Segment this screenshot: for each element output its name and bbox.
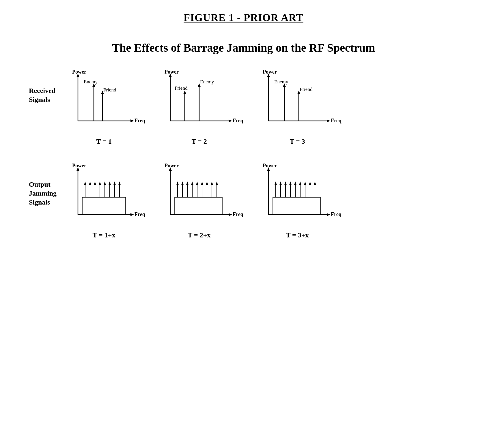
t2-label: T = 2 xyxy=(191,138,207,145)
subtitle: The Effects of Barrage Jamming on the RF… xyxy=(112,41,375,55)
svg-marker-27 xyxy=(327,119,330,122)
svg-rect-65 xyxy=(175,197,222,215)
svg-marker-3 xyxy=(130,119,134,122)
jamming-diagrams-group: Power Freq xyxy=(66,163,475,239)
svg-marker-39 xyxy=(130,213,134,216)
received-signals-row: ReceivedSignals Power Freq xyxy=(29,69,475,145)
svg-text:Power: Power xyxy=(263,163,277,168)
svg-text:Freq: Freq xyxy=(233,211,243,217)
output-jamming-row: OutputJammingSignals Power Freq xyxy=(29,163,475,239)
svg-text:Freq: Freq xyxy=(331,118,342,123)
diagram-t1: Power Freq Enemy Friend T = 1 xyxy=(66,69,141,145)
svg-marker-67 xyxy=(176,181,179,185)
svg-marker-94 xyxy=(279,181,282,185)
svg-marker-106 xyxy=(309,181,311,185)
diagram-t3x: Power Freq xyxy=(257,163,338,239)
svg-text:Friend: Friend xyxy=(175,85,188,91)
svg-marker-83 xyxy=(216,181,218,185)
svg-marker-73 xyxy=(191,181,193,185)
diagram-t2x: Power Freq xyxy=(159,163,240,239)
svg-text:Power: Power xyxy=(72,163,86,168)
svg-text:Freq: Freq xyxy=(233,118,243,123)
svg-marker-44 xyxy=(84,181,86,185)
chart-t3: Power Freq Enemy Friend xyxy=(257,69,338,132)
svg-marker-71 xyxy=(186,181,189,185)
svg-marker-108 xyxy=(314,181,316,185)
svg-text:Power: Power xyxy=(263,69,277,75)
chart-t2: Power Freq Friend Enemy xyxy=(159,69,240,132)
svg-text:Freq: Freq xyxy=(135,211,145,217)
received-diagrams-group: Power Freq Enemy Friend T = 1 xyxy=(66,69,475,145)
svg-marker-58 xyxy=(118,181,121,185)
svg-marker-96 xyxy=(284,181,287,185)
svg-marker-77 xyxy=(201,181,203,185)
svg-marker-48 xyxy=(94,181,96,185)
svg-rect-42 xyxy=(82,197,126,215)
diagrams-section: ReceivedSignals Power Freq xyxy=(12,69,475,239)
svg-marker-87 xyxy=(327,213,330,216)
svg-text:Enemy: Enemy xyxy=(84,79,98,85)
svg-text:Power: Power xyxy=(165,69,179,75)
svg-rect-90 xyxy=(273,197,320,215)
svg-text:Freq: Freq xyxy=(135,118,145,123)
page-title: FIGURE 1 - PRIOR ART xyxy=(184,12,303,24)
svg-marker-69 xyxy=(181,181,184,185)
output-jamming-label: OutputJammingSignals xyxy=(29,163,66,207)
svg-marker-104 xyxy=(304,181,306,185)
svg-marker-62 xyxy=(229,213,232,216)
svg-marker-81 xyxy=(211,181,213,185)
t3-label: T = 3 xyxy=(290,138,305,145)
t2x-label: T = 2+x xyxy=(188,231,211,239)
svg-text:Enemy: Enemy xyxy=(274,79,288,85)
svg-marker-46 xyxy=(89,181,91,185)
svg-marker-75 xyxy=(196,181,198,185)
t1-label: T = 1 xyxy=(96,138,111,145)
svg-marker-50 xyxy=(99,181,101,185)
svg-marker-15 xyxy=(229,119,232,122)
svg-marker-79 xyxy=(206,181,208,185)
t3x-label: T = 3+x xyxy=(286,231,309,239)
svg-marker-92 xyxy=(275,181,277,185)
svg-text:Freq: Freq xyxy=(331,211,342,217)
svg-marker-98 xyxy=(289,181,292,185)
svg-marker-54 xyxy=(109,181,111,185)
chart-t1: Power Freq Enemy Friend xyxy=(66,69,141,132)
t1x-label: T = 1+x xyxy=(93,231,115,239)
svg-text:Power: Power xyxy=(72,69,86,75)
svg-text:Friend: Friend xyxy=(300,87,313,92)
svg-text:Friend: Friend xyxy=(103,87,116,93)
svg-text:Power: Power xyxy=(165,163,179,168)
chart-t2x: Power Freq xyxy=(159,163,240,226)
svg-text:Enemy: Enemy xyxy=(200,79,214,85)
svg-marker-102 xyxy=(299,181,301,185)
svg-marker-19 xyxy=(183,91,186,94)
svg-marker-52 xyxy=(104,181,106,185)
chart-t1x: Power Freq xyxy=(66,163,141,226)
svg-marker-56 xyxy=(113,181,116,185)
diagram-t2: Power Freq Friend Enemy T = 2 xyxy=(159,69,240,145)
received-signals-label: ReceivedSignals xyxy=(29,69,66,104)
diagram-t3: Power Freq Enemy Friend T = 3 xyxy=(257,69,338,145)
chart-t3x: Power Freq xyxy=(257,163,338,226)
svg-marker-100 xyxy=(294,181,296,185)
diagram-t1x: Power Freq xyxy=(66,163,141,239)
